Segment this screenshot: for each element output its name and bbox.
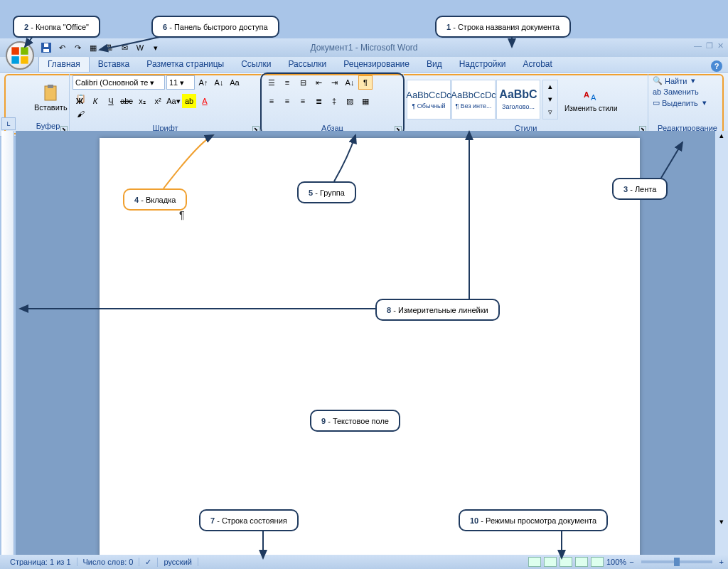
align-left-button[interactable]: ≡ [264, 94, 279, 108]
status-language[interactable]: русский [158, 558, 198, 566]
style-normal[interactable]: AaBbCcDc¶ Обычный [407, 80, 451, 119]
tab-mailings[interactable]: Рассылки [279, 56, 335, 72]
help-button[interactable]: ? [711, 60, 722, 72]
style-nospacing[interactable]: AaBbCcDc¶ Без инте... [451, 80, 496, 119]
view-print-layout[interactable] [528, 557, 541, 567]
clear-format-icon[interactable]: Aa [228, 75, 242, 90]
ruler-corner[interactable]: L [1, 117, 16, 130]
minimize-button[interactable]: — [694, 41, 702, 50]
tab-addins[interactable]: Надстройки [451, 56, 515, 72]
status-spell-icon[interactable]: ✓ [139, 558, 158, 567]
underline-button[interactable]: Ч [104, 94, 118, 108]
ribbon: Вставить ✂ 📋 🖌 Буфер обмена ⬊ Calibri (О… [0, 73, 728, 137]
paste-button[interactable]: Вставить [30, 83, 72, 113]
show-marks-button[interactable]: ¶ [358, 75, 373, 90]
tab-review[interactable]: Рецензирование [335, 56, 418, 72]
svg-rect-11 [44, 43, 48, 47]
undo-icon[interactable]: ↶ [55, 41, 68, 54]
change-styles-button[interactable]: AA Изменить стили [560, 85, 621, 114]
tab-layout[interactable]: Разметка страницы [138, 56, 232, 72]
grow-font-icon[interactable]: A↑ [196, 75, 210, 90]
zoom-slider[interactable] [641, 560, 712, 563]
callout-4: 4 - Вкладка [123, 188, 187, 211]
change-styles-label: Изменить стили [564, 105, 617, 112]
close-button[interactable]: ✕ [717, 41, 724, 50]
view-outline[interactable] [575, 557, 588, 567]
quick-access-toolbar: ↶ ↷ ▦ 🖶 ✉ W ▾ [40, 41, 162, 54]
select-button[interactable]: ▭Выделить ▾ [651, 97, 724, 108]
paste-label: Вставить [34, 103, 68, 112]
superscript-button[interactable]: x² [151, 94, 165, 108]
font-color-button[interactable]: A [198, 94, 212, 108]
word-icon[interactable]: W [134, 41, 146, 54]
multilevel-button[interactable]: ⊟ [296, 75, 310, 90]
font-name-combo[interactable]: Calibri (Основной те ▾ [73, 75, 165, 90]
font-size-combo[interactable]: 11 ▾ [166, 75, 195, 90]
mail-icon[interactable]: ✉ [118, 41, 131, 54]
italic-button[interactable]: К [88, 94, 102, 108]
align-center-button[interactable]: ≡ [280, 94, 294, 108]
shading-button[interactable]: ▨ [343, 94, 357, 108]
indent-dec-button[interactable]: ⇤ [311, 75, 326, 90]
redo-icon[interactable]: ↷ [71, 41, 84, 54]
scroll-down-icon[interactable]: ▾ [715, 517, 728, 526]
styles-scroll-up-icon[interactable]: ▴ [543, 80, 557, 93]
align-right-button[interactable]: ≡ [296, 94, 310, 108]
strike-button[interactable]: abc [119, 94, 134, 108]
tab-insert[interactable]: Вставка [90, 56, 139, 72]
callout-3: 3 - Лента [612, 178, 668, 200]
ribbon-tabs: Главная Вставка Разметка страницы Ссылки… [0, 57, 728, 73]
subscript-button[interactable]: x₂ [135, 94, 149, 108]
style-heading1[interactable]: AaBbCЗаголово... [496, 80, 540, 119]
svg-text:A: A [591, 93, 596, 102]
view-draft[interactable] [591, 557, 604, 567]
save-icon[interactable] [40, 41, 53, 54]
paste-icon [42, 85, 59, 102]
bold-button[interactable]: Ж [73, 94, 87, 108]
replace-button[interactable]: abЗаменить [651, 87, 724, 97]
table-icon[interactable]: ▦ [87, 41, 100, 54]
callout-5: 5 - Группа [297, 181, 356, 203]
callout-2: 2 - Кнопка "Office" [13, 16, 100, 38]
maximize-button[interactable]: ❐ [706, 41, 713, 50]
shrink-font-icon[interactable]: A↓ [212, 75, 226, 90]
vertical-scrollbar[interactable]: ▴ ▾ [715, 131, 728, 555]
vertical-ruler[interactable] [1, 131, 14, 555]
svg-rect-6 [21, 47, 28, 55]
tab-acrobat[interactable]: Acrobat [515, 56, 561, 72]
office-button[interactable] [6, 41, 34, 70]
change-styles-icon: AA [582, 86, 599, 103]
change-case-button[interactable]: Aa▾ [166, 94, 181, 108]
numbering-button[interactable]: ≡ [280, 75, 294, 90]
line-spacing-button[interactable]: ‡ [327, 94, 341, 108]
styles-expand-icon[interactable]: ▿ [543, 106, 557, 119]
borders-button[interactable]: ▦ [358, 94, 373, 108]
qat-dropdown-icon[interactable]: ▾ [149, 41, 162, 54]
tab-home[interactable]: Главная [38, 55, 90, 72]
callout-8: 8 - Измерительные линейки [375, 299, 500, 321]
print-icon[interactable]: 🖶 [102, 41, 115, 54]
sort-button[interactable]: A↓ [343, 75, 357, 90]
callout-7: 7 - Строка состояния [199, 509, 299, 531]
find-button[interactable]: 🔍Найти ▾ [651, 75, 724, 86]
zoom-in-button[interactable]: + [719, 558, 724, 566]
title-bar: ↶ ↷ ▦ 🖶 ✉ W ▾ Документ1 - Microsoft Word… [0, 38, 728, 57]
view-web[interactable] [560, 557, 572, 567]
paragraph-mark: ¶ [179, 209, 185, 220]
justify-button[interactable]: ≣ [311, 94, 326, 108]
svg-rect-10 [43, 49, 49, 52]
bullets-button[interactable]: ☰ [264, 75, 279, 90]
status-page[interactable]: Страница: 1 из 1 [4, 558, 77, 566]
indent-inc-button[interactable]: ⇥ [327, 75, 341, 90]
highlight-button[interactable]: ab [182, 94, 196, 108]
view-full-screen[interactable] [544, 557, 557, 567]
tab-references[interactable]: Ссылки [232, 56, 279, 72]
svg-rect-7 [11, 56, 18, 64]
scroll-up-icon[interactable]: ▴ [715, 131, 728, 142]
zoom-value[interactable]: 100% [606, 558, 626, 566]
status-words[interactable]: Число слов: 0 [77, 558, 140, 566]
zoom-out-button[interactable]: − [629, 558, 633, 566]
styles-scroll-down-icon[interactable]: ▾ [543, 93, 557, 106]
group-font: Calibri (Основной те ▾ 11 ▾ A↑ A↓ Aa Ж К… [70, 74, 262, 134]
tab-view[interactable]: Вид [418, 56, 451, 72]
